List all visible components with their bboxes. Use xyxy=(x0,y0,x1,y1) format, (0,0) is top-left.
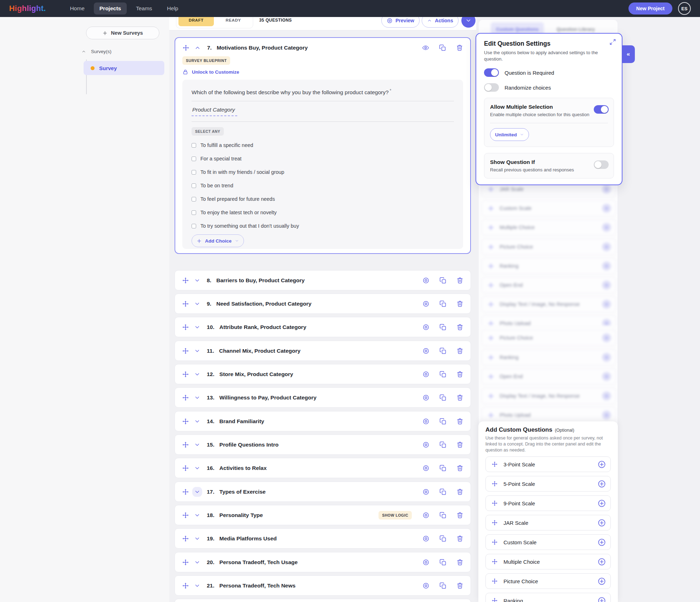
sidebar-item-survey[interactable]: Survey xyxy=(84,61,164,75)
delete-question-icon[interactable] xyxy=(456,441,463,448)
surveys-section-header[interactable]: Survey(s) xyxy=(81,49,112,54)
question-row[interactable]: 11. Channel Mix, Product Category xyxy=(175,341,471,361)
drag-handle-icon[interactable] xyxy=(491,558,498,565)
expand-question-icon[interactable] xyxy=(194,348,200,354)
library-question-item[interactable]: Picture Choice ⊕ xyxy=(482,330,616,346)
preview-question-icon[interactable] xyxy=(422,300,429,307)
new-surveys-button[interactable]: New Surveys xyxy=(86,27,159,39)
choice-option[interactable]: To be on trend xyxy=(192,179,454,192)
expand-question-icon[interactable] xyxy=(194,394,200,401)
show-question-if-toggle[interactable] xyxy=(594,160,609,169)
preview-question-icon[interactable] xyxy=(422,465,429,472)
expand-question-icon[interactable] xyxy=(194,277,200,284)
drag-handle-icon[interactable] xyxy=(491,500,498,506)
delete-question-icon[interactable] xyxy=(456,559,463,566)
add-question-icon[interactable] xyxy=(598,460,606,468)
preview-question-icon[interactable] xyxy=(422,371,429,378)
add-question-icon[interactable] xyxy=(598,538,606,546)
user-avatar[interactable]: ES xyxy=(678,2,691,15)
nav-item-help[interactable]: Help xyxy=(161,2,184,15)
library-question-item[interactable]: Display Text / Image, No Response ⊕ xyxy=(482,296,616,312)
question-required-toggle[interactable] xyxy=(484,68,499,77)
checkbox[interactable] xyxy=(192,143,196,148)
drag-handle-icon[interactable] xyxy=(491,461,498,467)
question-row[interactable]: 22. Persona Tradeoff, Discoveries xyxy=(175,599,471,602)
preview-question-icon[interactable] xyxy=(422,582,429,589)
nav-item-projects[interactable]: Projects xyxy=(94,2,127,15)
question-row[interactable]: 16. Activities to Relax xyxy=(175,458,471,478)
library-question-item[interactable]: Multiple Choice ⊕ xyxy=(482,220,616,235)
delete-question-icon[interactable] xyxy=(456,394,463,401)
unlock-to-customize-link[interactable]: Unlock to Customize xyxy=(182,69,463,75)
add-question-icon[interactable] xyxy=(598,519,606,527)
checkbox[interactable] xyxy=(192,183,196,188)
drag-handle-icon[interactable] xyxy=(182,418,189,425)
preview-question-icon[interactable] xyxy=(422,324,429,331)
question-row[interactable]: 13. Willingness to Pay, Product Category xyxy=(175,387,471,408)
expand-question-icon[interactable] xyxy=(194,559,200,566)
delete-question-icon[interactable] xyxy=(456,418,463,425)
preview-question-icon[interactable] xyxy=(422,441,429,448)
drag-handle-icon[interactable] xyxy=(182,277,189,284)
preview-question-icon[interactable] xyxy=(422,512,429,519)
choice-option[interactable]: To feel prepared for future needs xyxy=(192,192,454,206)
expand-question-icon[interactable] xyxy=(194,418,200,425)
choice-option[interactable]: To enjoy the latest tech or novelty xyxy=(192,206,454,219)
add-choice-button[interactable]: Add Choice xyxy=(192,234,244,247)
library-question-item[interactable]: Display Text / Image, No Response ⊕ xyxy=(482,388,616,404)
custom-question-item[interactable]: Ranking xyxy=(485,593,611,602)
preview-question-icon[interactable] xyxy=(422,277,429,284)
expand-question-icon[interactable] xyxy=(194,371,200,377)
custom-question-item[interactable]: JAR Scale xyxy=(485,515,611,530)
duplicate-question-icon[interactable] xyxy=(439,488,446,495)
delete-question-icon[interactable] xyxy=(456,535,463,542)
expand-question-icon[interactable] xyxy=(194,465,200,471)
drag-handle-icon[interactable] xyxy=(182,582,189,589)
preview-question-icon[interactable] xyxy=(422,394,429,401)
preview-question-icon[interactable] xyxy=(422,488,429,495)
library-question-item[interactable]: Ranking ⊕ xyxy=(482,350,616,365)
question-row[interactable]: 8. Barriers to Buy, Product Category xyxy=(175,270,471,290)
checkbox[interactable] xyxy=(192,197,196,201)
preview-question-icon[interactable] xyxy=(422,347,429,354)
question-row[interactable]: 9. Need Satisfaction, Product Category xyxy=(175,294,471,314)
drag-handle-icon[interactable] xyxy=(182,371,189,378)
add-question-icon[interactable] xyxy=(598,499,606,507)
question-row[interactable]: 19. Media Platforms Used xyxy=(175,528,471,549)
custom-question-item[interactable]: Picture Choice xyxy=(485,573,611,589)
expand-question-icon[interactable] xyxy=(194,489,200,495)
drag-handle-icon[interactable] xyxy=(182,488,189,495)
duplicate-question-icon[interactable] xyxy=(439,582,446,589)
nav-item-home[interactable]: Home xyxy=(64,2,90,15)
duplicate-question-icon[interactable] xyxy=(439,44,446,51)
library-question-item[interactable]: Picture Choice ⊕ xyxy=(482,239,616,255)
delete-question-icon[interactable] xyxy=(456,44,463,51)
add-question-icon[interactable] xyxy=(598,480,606,488)
duplicate-question-icon[interactable] xyxy=(439,324,446,331)
duplicate-question-icon[interactable] xyxy=(439,277,446,284)
custom-question-item[interactable]: 3-Point Scale xyxy=(485,456,611,472)
custom-question-item[interactable]: 5-Point Scale xyxy=(485,476,611,492)
duplicate-question-icon[interactable] xyxy=(439,347,446,354)
collapse-panel-button[interactable]: « xyxy=(622,45,635,63)
drag-handle-icon[interactable] xyxy=(182,512,189,519)
new-project-button[interactable]: New Project xyxy=(628,2,672,15)
duplicate-question-icon[interactable] xyxy=(439,535,446,542)
question-row[interactable]: 12. Store Mix, Product Category xyxy=(175,364,471,384)
delete-question-icon[interactable] xyxy=(456,465,463,472)
drag-handle-icon[interactable] xyxy=(491,519,498,526)
question-row[interactable]: 18. Personality Type SHOW LOGIC xyxy=(175,505,471,525)
checkbox[interactable] xyxy=(192,170,196,175)
drag-handle-icon[interactable] xyxy=(491,539,498,545)
delete-question-icon[interactable] xyxy=(456,582,463,589)
expand-question-icon[interactable] xyxy=(194,301,200,307)
duplicate-question-icon[interactable] xyxy=(439,394,446,401)
custom-question-item[interactable]: 9-Point Scale xyxy=(485,495,611,511)
library-question-item[interactable]: Ranking ⊕ xyxy=(482,258,616,274)
choice-option[interactable]: To fit in with my friends / social group xyxy=(192,165,454,179)
preview-question-icon[interactable] xyxy=(422,44,429,51)
checkbox[interactable] xyxy=(192,157,196,161)
collapse-question-icon[interactable] xyxy=(194,45,201,51)
custom-question-item[interactable]: Custom Scale xyxy=(485,534,611,550)
drag-handle-icon[interactable] xyxy=(491,481,498,487)
